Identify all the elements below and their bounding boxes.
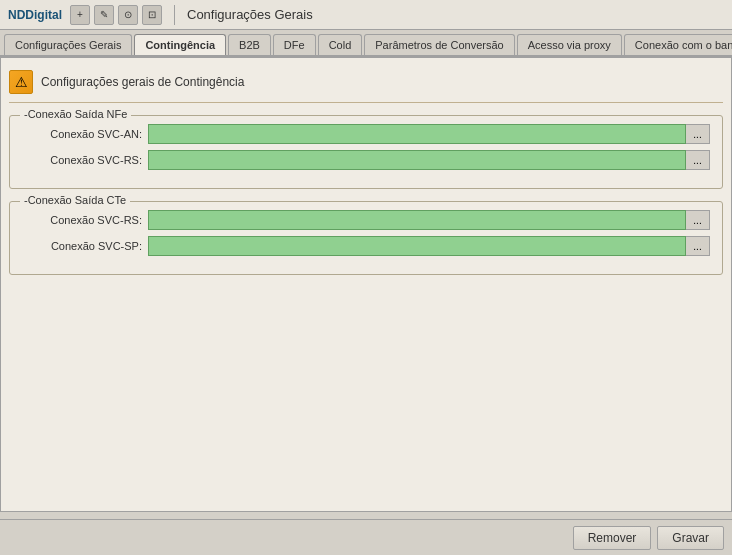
tab-parametros[interactable]: Parâmetros de Conversão	[364, 34, 514, 55]
nfe-svc-an-input-container: ...	[148, 124, 710, 144]
tab-dfe[interactable]: DFe	[273, 34, 316, 55]
section-header: ⚠ Configurações gerais de Contingência	[9, 66, 723, 103]
cte-svc-rs-input[interactable]	[148, 210, 686, 230]
nfe-row-svc-an: Conexão SVC-AN: ...	[22, 124, 710, 144]
group-cte-label: -Conexão Saída CTe	[20, 194, 130, 206]
toolbar-icons: + ✎ ⊙ ⊡	[70, 5, 162, 25]
tab-b2b[interactable]: B2B	[228, 34, 271, 55]
tab-acesso-proxy[interactable]: Acesso via proxy	[517, 34, 622, 55]
nfe-svc-rs-browse-button[interactable]: ...	[686, 150, 710, 170]
cte-svc-sp-input-container: ...	[148, 236, 710, 256]
warning-icon: ⚠	[9, 70, 33, 94]
nfe-svc-an-browse-button[interactable]: ...	[686, 124, 710, 144]
edit-icon[interactable]: ✎	[94, 5, 114, 25]
tab-bar: Configurações Gerais Contingência B2B DF…	[0, 30, 732, 57]
group-nfe: -Conexão Saída NFe Conexão SVC-AN: ... C…	[9, 115, 723, 189]
nfe-svc-an-input[interactable]	[148, 124, 686, 144]
main-content: ⚠ Configurações gerais de Contingência -…	[0, 57, 732, 512]
app-wrapper: NDDigital + ✎ ⊙ ⊡ Configurações Gerais C…	[0, 0, 732, 555]
nfe-svc-rs-input[interactable]	[148, 150, 686, 170]
nfe-svc-an-label: Conexão SVC-AN:	[22, 128, 142, 140]
page-title: Configurações Gerais	[187, 7, 313, 22]
cte-svc-rs-label: Conexão SVC-RS:	[22, 214, 142, 226]
export-icon[interactable]: ⊡	[142, 5, 162, 25]
cte-svc-rs-browse-button[interactable]: ...	[686, 210, 710, 230]
bottom-bar: Remover Gravar	[0, 519, 732, 555]
tab-configuracoes-gerais[interactable]: Configurações Gerais	[4, 34, 132, 55]
tab-conexao-banco[interactable]: Conexão com o banco de	[624, 34, 732, 55]
cte-row-svc-rs: Conexão SVC-RS: ...	[22, 210, 710, 230]
remove-button[interactable]: Remover	[573, 526, 652, 550]
section-title: Configurações gerais de Contingência	[41, 75, 244, 89]
nfe-row-svc-rs: Conexão SVC-RS: ...	[22, 150, 710, 170]
tab-contingencia[interactable]: Contingência	[134, 34, 226, 55]
group-cte: -Conexão Saída CTe Conexão SVC-RS: ... C…	[9, 201, 723, 275]
title-bar: NDDigital + ✎ ⊙ ⊡ Configurações Gerais	[0, 0, 732, 30]
nfe-svc-rs-input-container: ...	[148, 150, 710, 170]
view-icon[interactable]: ⊙	[118, 5, 138, 25]
tab-cold[interactable]: Cold	[318, 34, 363, 55]
cte-svc-sp-input[interactable]	[148, 236, 686, 256]
cte-svc-sp-label: Conexão SVC-SP:	[22, 240, 142, 252]
cte-row-svc-sp: Conexão SVC-SP: ...	[22, 236, 710, 256]
save-button[interactable]: Gravar	[657, 526, 724, 550]
cte-svc-sp-browse-button[interactable]: ...	[686, 236, 710, 256]
nfe-svc-rs-label: Conexão SVC-RS:	[22, 154, 142, 166]
add-icon[interactable]: +	[70, 5, 90, 25]
toolbar-separator	[174, 5, 175, 25]
cte-svc-rs-input-container: ...	[148, 210, 710, 230]
group-nfe-label: -Conexão Saída NFe	[20, 108, 131, 120]
app-logo: NDDigital	[8, 8, 62, 22]
